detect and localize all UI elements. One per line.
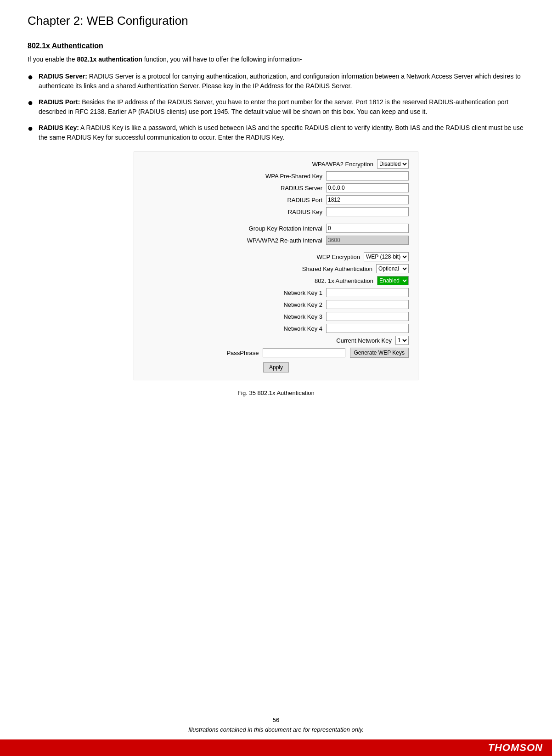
bullet-icon: ● [28, 96, 33, 108]
list-item: ● RADIUS Key: A RADIUS Key is like a pas… [28, 123, 524, 142]
group-key-label: Group Key Rotation Interval [231, 225, 322, 232]
network-key3-row: Network Key 3 [143, 312, 409, 321]
radius-key-label: RADIUS Key [231, 209, 322, 215]
shared-key-label: Shared Key Authentication [281, 265, 372, 272]
bullet-icon: ● [28, 71, 33, 83]
current-network-key-select[interactable]: 1 2 3 4 [395, 336, 409, 345]
bottom-bar: THOMSON [0, 739, 552, 756]
dot1x-auth-row: 802. 1x Authentication Enabled Disabled [143, 276, 409, 285]
passphrase-label: PassPhrase [167, 350, 259, 356]
generate-wep-keys-button[interactable]: Generate WEP Keys [350, 348, 409, 358]
network-key4-row: Network Key 4 [143, 324, 409, 333]
apply-button[interactable]: Apply [263, 362, 289, 372]
radius-server-row: RADIUS Server [143, 183, 409, 192]
configuration-form: WPA/WPA2 Encryption Disabled Enabled WPA… [134, 152, 418, 380]
radius-port-input[interactable] [326, 195, 409, 204]
wpa-preshared-row: WPA Pre-Shared Key [143, 171, 409, 181]
current-network-key-label: Current Network Key [300, 337, 392, 344]
radius-server-label: RADIUS Server [231, 185, 322, 192]
wep-encryption-row: WEP Encryption WEP (128-bit) WEP (64-bit… [143, 252, 409, 261]
wpa-reauth-label: WPA/WPA2 Re-auth Interval [231, 237, 322, 244]
wpa-preshared-label: WPA Pre-Shared Key [231, 173, 322, 180]
group-key-row: Group Key Rotation Interval [143, 224, 409, 233]
figure-caption: Fig. 35 802.1x Authentication [28, 389, 524, 396]
network-key4-input[interactable] [326, 324, 409, 333]
shared-key-select[interactable]: Optional Required [376, 264, 409, 273]
passphrase-row: PassPhrase Generate WEP Keys [143, 348, 409, 358]
network-key4-label: Network Key 4 [231, 325, 322, 332]
network-key1-input[interactable] [326, 288, 409, 297]
radius-key-input[interactable] [326, 207, 409, 216]
radius-port-row: RADIUS Port [143, 195, 409, 204]
list-item: ● RADIUS Port: Besides the IP address of… [28, 97, 524, 117]
passphrase-input[interactable] [263, 348, 345, 357]
wpa-reauth-input[interactable] [326, 236, 409, 245]
radius-server-input[interactable] [326, 183, 409, 192]
shared-key-row: Shared Key Authentication Optional Requi… [143, 264, 409, 273]
network-key3-input[interactable] [326, 312, 409, 321]
wpa-preshared-input[interactable] [326, 171, 409, 181]
bullet-icon: ● [28, 122, 33, 134]
form-buttons: Apply [143, 362, 409, 372]
network-key3-label: Network Key 3 [231, 313, 322, 320]
wpa-encryption-label: WPA/WPA2 Encryption [282, 161, 373, 168]
wpa-reauth-row: WPA/WPA2 Re-auth Interval [143, 236, 409, 245]
wpa-encryption-select[interactable]: Disabled Enabled [377, 159, 409, 169]
wpa-encryption-row: WPA/WPA2 Encryption Disabled Enabled [143, 159, 409, 169]
chapter-title: Chapter 2: WEB Configuration [28, 14, 524, 28]
network-key2-label: Network Key 2 [231, 301, 322, 308]
page-footer: 56 Illustrations contained in this docum… [0, 717, 552, 733]
group-key-input[interactable] [326, 224, 409, 233]
intro-paragraph: If you enable the 802.1x authentication … [28, 55, 524, 64]
wep-encryption-select[interactable]: WEP (128-bit) WEP (64-bit) Disabled [364, 252, 409, 261]
list-item: ● RADIUS Server: RADIUS Server is a prot… [28, 72, 524, 91]
network-key2-row: Network Key 2 [143, 300, 409, 309]
dot1x-auth-select[interactable]: Enabled Disabled [377, 276, 409, 285]
footer-disclaimer: Illustrations contained in this document… [0, 726, 552, 733]
wep-encryption-label: WEP Encryption [268, 254, 360, 260]
radius-port-label: RADIUS Port [231, 197, 322, 203]
page-number: 56 [0, 717, 552, 723]
dot1x-auth-label: 802. 1x Authentication [282, 277, 373, 284]
network-key1-row: Network Key 1 [143, 288, 409, 297]
network-key2-input[interactable] [326, 300, 409, 309]
network-key1-label: Network Key 1 [231, 289, 322, 296]
current-network-key-row: Current Network Key 1 2 3 4 [143, 336, 409, 345]
section-heading: 802.1x Authentication [28, 42, 524, 50]
radius-key-row: RADIUS Key [143, 207, 409, 216]
thomson-logo: THOMSON [488, 742, 543, 754]
bullet-list: ● RADIUS Server: RADIUS Server is a prot… [28, 72, 524, 142]
